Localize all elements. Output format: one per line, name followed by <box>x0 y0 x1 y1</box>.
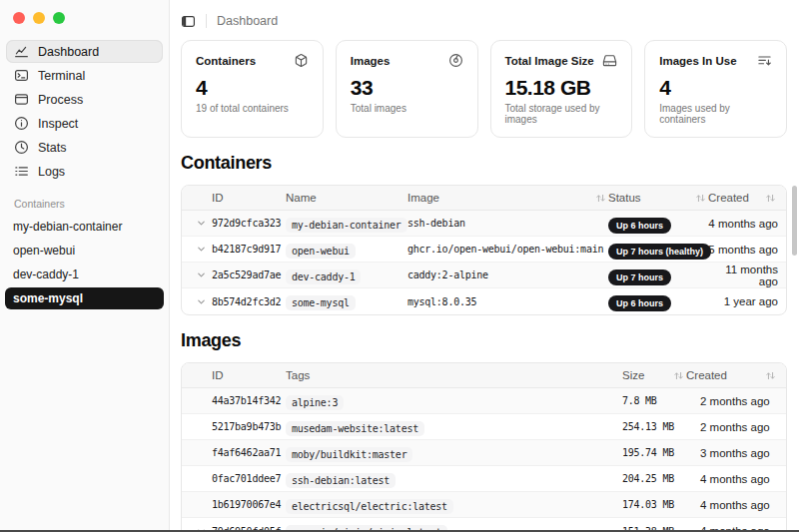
image-id: 0fac701ddee7 <box>212 473 286 484</box>
stat-card: Containers 4 19 of total containers <box>181 40 324 138</box>
image-created: 4 months ago <box>686 473 778 485</box>
container-image: ssh-debian <box>407 218 608 229</box>
container-row[interactable]: 2a5c529ad7ae dev-caddy-1 caddy:2-alpine … <box>182 263 786 288</box>
container-image: ghcr.io/open-webui/open-webui:main <box>407 244 608 255</box>
column-created[interactable]: Created <box>686 369 778 381</box>
column-status[interactable]: Status <box>608 192 708 204</box>
column-image-label: Image <box>407 192 439 204</box>
image-row[interactable]: f4af6462aa71 moby/buildkit:master 195.74… <box>182 440 786 466</box>
terminal-icon <box>14 68 29 83</box>
column-status-label: Status <box>608 192 641 204</box>
sidebar-nav-item[interactable]: Logs <box>6 160 163 183</box>
container-row[interactable]: 8b574d2fc3d2 some-mysql mysql:8.0.35 Up … <box>182 288 786 314</box>
sidebar-container-item[interactable]: some-mysql <box>5 287 164 309</box>
stat-card-title: Containers <box>196 55 256 67</box>
column-created[interactable]: Created <box>708 192 778 204</box>
nav-item-label: Terminal <box>38 69 85 83</box>
image-row[interactable]: 44a37b14f342 alpine:3 7.8 MB 2 months ag… <box>182 388 786 414</box>
container-created: 4 months ago <box>708 218 778 230</box>
column-created-label: Created <box>686 369 727 381</box>
sort-icon[interactable] <box>673 370 684 381</box>
column-size-label: Size <box>622 369 644 381</box>
container-row[interactable]: b42187c9d917 open-webui ghcr.io/open-web… <box>182 237 786 263</box>
container-name-badge: some-mysql <box>286 295 356 310</box>
topbar: Dashboard <box>181 0 787 30</box>
stat-cards: Containers 4 19 of total containers Imag… <box>181 40 787 138</box>
column-image[interactable]: Image <box>407 192 608 204</box>
image-created: 2 months ago <box>686 395 778 407</box>
image-size: 254.13 MB <box>622 421 686 432</box>
container-created: 1 year ago <box>708 295 778 307</box>
chevron-down-icon[interactable] <box>196 269 207 280</box>
container-name-badge: dev-caddy-1 <box>286 269 361 284</box>
image-created: 2 months ago <box>686 421 778 433</box>
chevron-down-icon[interactable] <box>196 244 207 255</box>
chart-line-icon <box>14 44 29 59</box>
container-id: 8b574d2fc3d2 <box>212 296 286 307</box>
container-id: 972d9cfca323 <box>212 218 286 229</box>
nav-item-label: Dashboard <box>38 45 99 59</box>
image-id: f4af6462aa71 <box>212 447 286 458</box>
sidebar: Dashboard Terminal Process Inspect <box>0 0 170 532</box>
container-created: 11 months ago <box>708 264 778 287</box>
sidebar-nav-item[interactable]: Process <box>6 88 163 111</box>
stat-card-subtitle: Total images <box>351 103 463 114</box>
container-item-label: open-webui <box>13 244 75 258</box>
sidebar-container-list: my-debian-container open-webui dev-caddy… <box>0 216 169 309</box>
window-traffic-lights <box>0 6 169 24</box>
nav-item-label: Logs <box>38 165 65 179</box>
list-arrow-icon <box>757 53 772 68</box>
sidebar-container-item[interactable]: open-webui <box>5 240 164 262</box>
image-created: 3 months ago <box>686 447 778 459</box>
image-size: 204.25 MB <box>622 473 686 484</box>
sidebar-container-item[interactable]: my-debian-container <box>5 216 164 238</box>
breadcrumb: Dashboard <box>217 14 278 28</box>
scrollbar-thumb[interactable] <box>792 186 797 256</box>
image-row[interactable]: 0fac701ddee7 ssh-debian:latest 204.25 MB… <box>182 466 786 492</box>
containers-heading: Containers <box>181 153 787 174</box>
container-item-label: dev-caddy-1 <box>13 267 79 281</box>
stat-card-title: Total Image Size <box>505 55 594 67</box>
app-window: Dashboard Terminal Process Inspect <box>0 0 799 532</box>
zoom-button[interactable] <box>53 12 65 24</box>
image-row[interactable]: 1b61970067e4 electricsql/electric:latest… <box>182 492 786 518</box>
sort-icon[interactable] <box>765 193 776 204</box>
disc-icon <box>448 53 463 68</box>
sidebar-nav-item[interactable]: Dashboard <box>6 40 163 63</box>
container-item-label: some-mysql <box>13 291 83 305</box>
column-size[interactable]: Size <box>622 369 686 381</box>
image-row[interactable]: 5217ba9b473b musedam-website:latest 254.… <box>182 414 786 440</box>
status-badge: Up 6 hours <box>608 295 671 311</box>
sort-icon[interactable] <box>765 370 776 381</box>
panel-left-icon[interactable] <box>181 14 196 29</box>
sidebar-nav-item[interactable]: Inspect <box>6 112 163 135</box>
sidebar-nav-item[interactable]: Terminal <box>6 64 163 87</box>
close-button[interactable] <box>13 12 25 24</box>
image-size: 174.03 MB <box>622 499 686 510</box>
sort-icon[interactable] <box>595 193 606 204</box>
sidebar-container-item[interactable]: dev-caddy-1 <box>5 264 164 285</box>
container-id: 2a5c529ad7ae <box>212 269 286 280</box>
column-name: Name <box>286 192 407 204</box>
image-size: 195.74 MB <box>622 447 686 458</box>
stat-card: Images In Use 4 Images used by container… <box>644 40 787 138</box>
stat-card-title: Images In Use <box>659 55 736 67</box>
container-name-badge: open-webui <box>286 244 356 259</box>
minimize-button[interactable] <box>33 12 45 24</box>
stat-card-subtitle: Images used by containers <box>659 103 772 125</box>
clock-icon <box>14 140 29 155</box>
info-circle-icon <box>14 116 29 131</box>
stat-card: Total Image Size 15.18 GB Total storage … <box>490 40 633 138</box>
image-tag-badge: musedam-website:latest <box>286 421 424 436</box>
container-row[interactable]: 972d9cfca323 my-debian-container ssh-deb… <box>182 211 786 237</box>
images-table-body: 44a37b14f342 alpine:3 7.8 MB 2 months ag… <box>182 388 786 532</box>
stat-card-title: Images <box>351 55 391 67</box>
image-id: 5217ba9b473b <box>212 421 286 432</box>
chevron-down-icon[interactable] <box>196 218 207 229</box>
sidebar-nav-item[interactable]: Stats <box>6 136 163 159</box>
container-item-label: my-debian-container <box>13 220 122 234</box>
sort-icon[interactable] <box>695 193 706 204</box>
nav-item-label: Inspect <box>38 117 78 131</box>
chevron-down-icon[interactable] <box>196 296 207 307</box>
status-badge: Up 7 hours <box>608 269 671 285</box>
